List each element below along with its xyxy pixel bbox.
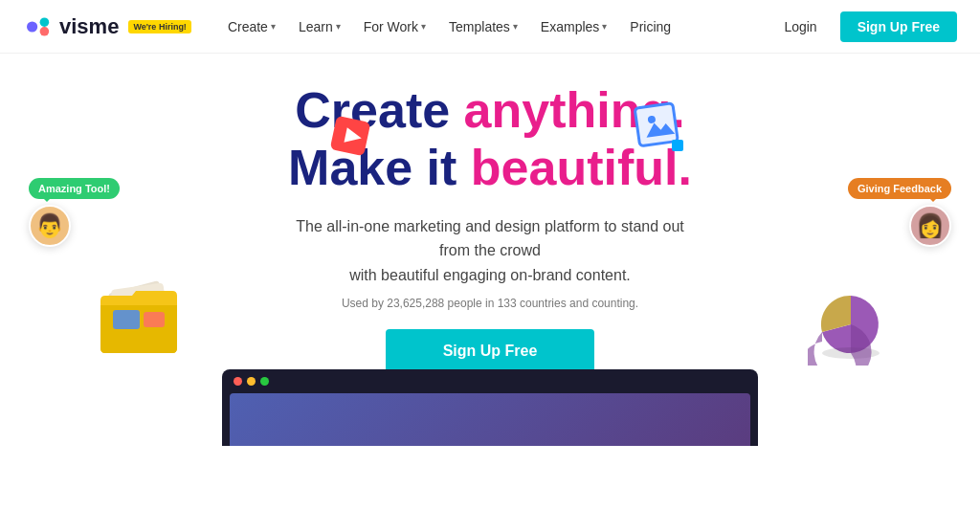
nav-learn[interactable]: Learn ▾ [289, 13, 350, 40]
nav-pricing[interactable]: Pricing [620, 13, 680, 40]
svg-point-0 [27, 21, 37, 32]
nav-create[interactable]: Create ▾ [218, 13, 285, 40]
speech-bubble-left: Amazing Tool! [29, 178, 120, 199]
hero-title: Create anything. Make it beautiful. [288, 82, 692, 197]
person-right-float: Giving Feedback 👩 [848, 178, 951, 247]
svg-rect-9 [108, 280, 175, 354]
nav-templates[interactable]: Templates ▾ [439, 13, 527, 40]
navbar: visme We're Hiring! Create ▾ Learn ▾ For… [0, 0, 980, 54]
nav-right: Login Sign Up Free [772, 11, 957, 42]
svg-rect-11 [113, 310, 140, 329]
hero-used-by: Used by 23,625,288 people in 133 countri… [342, 297, 638, 310]
visme-logo-icon [23, 11, 54, 42]
chevron-icon: ▾ [602, 21, 607, 32]
svg-point-13 [822, 347, 880, 359]
window-dots [222, 369, 758, 393]
nav-links: Create ▾ Learn ▾ For Work ▾ Templates ▾ … [218, 13, 773, 40]
avatar-right: 👩 [909, 205, 951, 247]
svg-point-2 [40, 27, 50, 36]
speech-bubble-right: Giving Feedback [848, 178, 951, 199]
chevron-icon: ▾ [421, 21, 426, 32]
login-button[interactable]: Login [772, 13, 828, 40]
chevron-icon: ▾ [271, 21, 276, 32]
chevron-icon: ▾ [336, 21, 341, 32]
app-content-preview [230, 393, 750, 446]
chevron-icon: ▾ [513, 21, 518, 32]
logo-text: visme [59, 14, 119, 39]
nav-forwork[interactable]: For Work ▾ [354, 13, 435, 40]
close-dot [234, 377, 242, 386]
decorative-pie-chart [808, 284, 894, 369]
svg-rect-12 [144, 312, 165, 327]
hero-section: Create anything. Make it beautiful. The … [0, 54, 980, 446]
person-left-float: Amazing Tool! 👨 [29, 178, 120, 247]
hero-signup-button[interactable]: Sign Up Free [386, 329, 595, 373]
hiring-badge: We're Hiring! [128, 20, 190, 33]
app-preview [222, 369, 758, 446]
signup-button[interactable]: Sign Up Free [840, 11, 957, 42]
maximize-dot [260, 377, 269, 386]
avatar-left: 👨 [29, 205, 71, 247]
svg-rect-10 [111, 283, 172, 352]
minimize-dot [247, 377, 256, 386]
hero-subtitle: The all-in-one marketing and design plat… [289, 214, 691, 288]
svg-point-1 [40, 17, 50, 27]
logo[interactable]: visme We're Hiring! [23, 11, 191, 42]
decorative-folder [96, 272, 191, 362]
nav-examples[interactable]: Examples ▾ [531, 13, 616, 40]
